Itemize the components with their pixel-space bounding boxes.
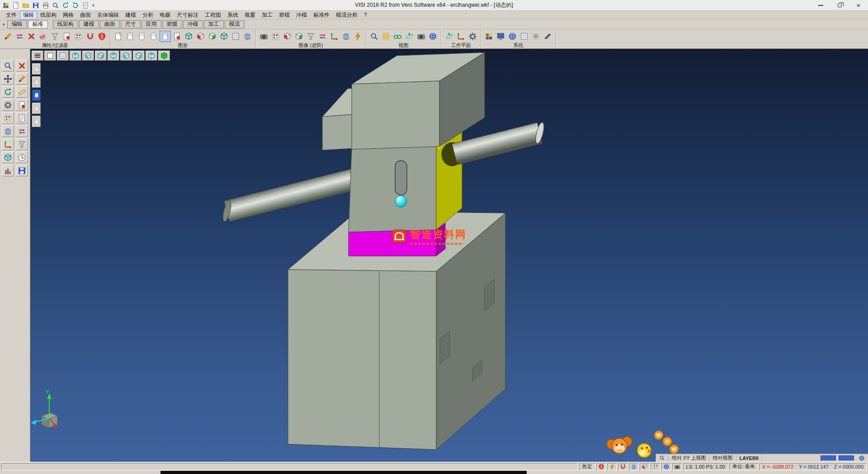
menu-help[interactable]: ? bbox=[361, 11, 370, 19]
zoom-view-button[interactable] bbox=[368, 31, 380, 42]
tab-application[interactable]: 应用 bbox=[142, 20, 161, 28]
protect-button[interactable] bbox=[96, 31, 108, 42]
print-preview-button[interactable] bbox=[51, 1, 60, 10]
delete-attributes-button[interactable] bbox=[26, 31, 37, 42]
select-solid-4-button[interactable] bbox=[32, 103, 41, 114]
menu-mould[interactable]: 塑模 bbox=[276, 11, 293, 19]
stereo-glasses-button[interactable] bbox=[392, 31, 403, 42]
shaded-view-button[interactable] bbox=[158, 51, 170, 61]
menu-wireframe[interactable]: 线架构 bbox=[37, 11, 60, 19]
iso-view-7-button[interactable] bbox=[146, 51, 157, 61]
close-button[interactable]: × bbox=[849, 0, 868, 10]
axis-tool-button[interactable] bbox=[2, 138, 14, 150]
rotate-tool-button[interactable] bbox=[2, 86, 14, 98]
cube-green-button[interactable] bbox=[293, 31, 305, 42]
iso-view-5-button[interactable] bbox=[120, 51, 132, 61]
color-properties-button[interactable] bbox=[73, 31, 84, 42]
cylinder-3-button[interactable] bbox=[148, 31, 159, 42]
iso-view-2-button[interactable] bbox=[82, 51, 94, 61]
select-solid-5-button[interactable] bbox=[32, 116, 41, 127]
grid-view-button[interactable] bbox=[57, 51, 69, 61]
menu-window[interactable]: 视窗 bbox=[241, 11, 259, 19]
history-tool-button[interactable] bbox=[16, 152, 28, 163]
layer-stack-button[interactable] bbox=[629, 463, 639, 470]
select-solid-1-button[interactable] bbox=[32, 63, 41, 75]
network-globe-button[interactable] bbox=[507, 31, 518, 42]
minimize-button[interactable] bbox=[811, 0, 830, 10]
workplane-settings-button[interactable] bbox=[467, 31, 478, 42]
iso-view-4-button[interactable] bbox=[108, 51, 119, 61]
export-tool-button[interactable] bbox=[16, 165, 28, 176]
render-camera-button[interactable] bbox=[258, 31, 269, 42]
slot-and-ball[interactable] bbox=[395, 161, 407, 207]
axis-view-button[interactable] bbox=[329, 31, 340, 42]
match-properties-button[interactable] bbox=[14, 31, 25, 42]
layer-swatch-1[interactable] bbox=[821, 455, 836, 460]
system-monitor-button[interactable] bbox=[495, 31, 506, 42]
doc-properties-button[interactable] bbox=[61, 31, 72, 42]
menu-electrode[interactable]: 电极 bbox=[156, 11, 174, 19]
menu-solid-edit[interactable]: 实体编辑 bbox=[94, 11, 122, 19]
iso-view-3-button[interactable] bbox=[95, 51, 107, 61]
document-marked-button[interactable] bbox=[171, 31, 183, 42]
workplane-button[interactable] bbox=[443, 31, 455, 42]
layer-stack-button[interactable] bbox=[242, 31, 253, 42]
shading-sun-button[interactable] bbox=[380, 31, 392, 42]
ramp-tool-button[interactable] bbox=[542, 31, 553, 42]
undo-button[interactable] bbox=[61, 1, 70, 10]
tab-flow[interactable]: 模流 bbox=[225, 20, 245, 28]
lock-toggle[interactable]: 拴定 bbox=[579, 463, 595, 470]
delete-tool-button[interactable] bbox=[16, 60, 28, 71]
snapshot-camera-button[interactable] bbox=[672, 463, 682, 470]
tabbar-dropdown-icon[interactable]: ▾ bbox=[1, 22, 6, 27]
maximize-button[interactable] bbox=[830, 0, 849, 10]
attribute-filter-button[interactable] bbox=[49, 31, 61, 42]
layer-name-field[interactable]: LAYER0 bbox=[736, 454, 762, 462]
color-grid-button[interactable] bbox=[483, 31, 495, 42]
cube-red-button[interactable] bbox=[282, 31, 293, 42]
select-solid-active-button[interactable] bbox=[32, 90, 41, 101]
tab-dimension[interactable]: 尺寸 bbox=[121, 20, 141, 28]
print-button[interactable] bbox=[41, 1, 50, 10]
wire-cube-2-button[interactable] bbox=[218, 31, 230, 42]
app-logo-icon[interactable] bbox=[1, 1, 10, 10]
menu-dimension[interactable]: 尺寸标注 bbox=[174, 11, 202, 19]
viewport-3d-scene[interactable]: Y bbox=[30, 49, 868, 462]
swap-tool-button[interactable] bbox=[16, 125, 28, 137]
snapshot-camera-button[interactable] bbox=[415, 31, 427, 42]
menu-edit[interactable]: 编辑 bbox=[20, 11, 37, 19]
menu-file[interactable]: 文件 bbox=[3, 11, 20, 19]
tab-machining[interactable]: 加工 bbox=[204, 20, 224, 28]
palette-tool-button[interactable] bbox=[2, 112, 14, 124]
plain-view-button[interactable] bbox=[44, 51, 56, 61]
tab-modeling[interactable]: 建模 bbox=[79, 20, 99, 28]
tab-edit[interactable]: 编辑 bbox=[7, 20, 27, 28]
spreadsheet-button[interactable] bbox=[519, 31, 530, 42]
cyan-ball[interactable] bbox=[395, 195, 407, 207]
menu-drawing[interactable]: 工程图 bbox=[202, 11, 224, 19]
magnet-snap-button[interactable] bbox=[85, 31, 96, 42]
protect-shield-button[interactable] bbox=[596, 463, 606, 470]
solid-cube-button[interactable] bbox=[640, 463, 650, 470]
pencil-tool-button[interactable] bbox=[16, 73, 28, 85]
grid-sheet-button[interactable] bbox=[230, 31, 241, 42]
open-file-button[interactable] bbox=[21, 1, 30, 10]
select-solid-2-button[interactable] bbox=[32, 76, 41, 88]
doc-props-tool-button[interactable] bbox=[16, 99, 28, 111]
workplane-axis-button[interactable] bbox=[455, 31, 467, 42]
tab-standard[interactable]: 标准 bbox=[28, 20, 48, 28]
ruler-tool-button[interactable] bbox=[16, 86, 28, 98]
iso-view-1-button[interactable] bbox=[70, 51, 81, 61]
filter-tool-button[interactable] bbox=[16, 138, 28, 150]
layers-tool-button[interactable] bbox=[2, 125, 14, 137]
new-document-button[interactable] bbox=[11, 1, 20, 10]
menu-analysis[interactable]: 分析 bbox=[139, 11, 156, 19]
network-globe-button[interactable] bbox=[661, 463, 671, 470]
menu-stamping[interactable]: 冲模 bbox=[293, 11, 310, 19]
view-menu-button[interactable] bbox=[32, 51, 43, 61]
tab-wireframe[interactable]: 线架构 bbox=[53, 20, 78, 28]
cube-red-face-button[interactable] bbox=[195, 31, 206, 42]
gear-tool-button[interactable] bbox=[2, 99, 14, 111]
qat-dropdown-icon[interactable]: ▾ bbox=[91, 3, 96, 8]
color-palette-button[interactable] bbox=[651, 463, 660, 470]
